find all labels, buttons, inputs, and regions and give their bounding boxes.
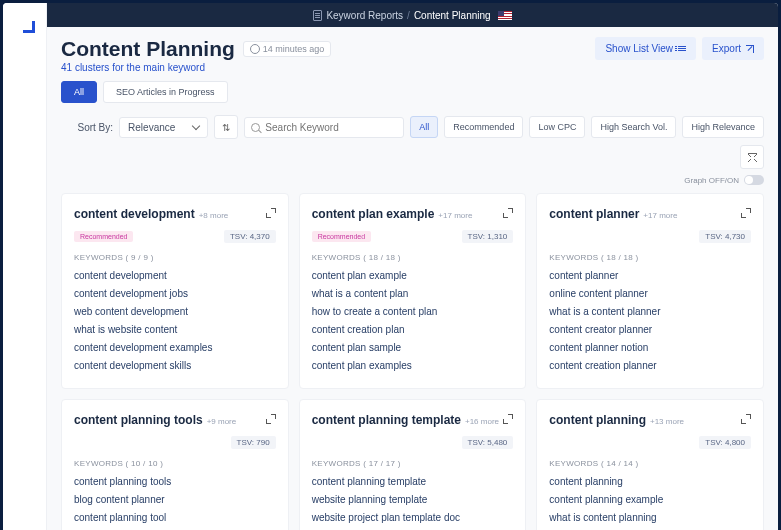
expand-icon[interactable] xyxy=(741,208,751,218)
cluster-more-count: +17 more xyxy=(438,211,472,220)
us-flag-icon xyxy=(498,11,512,20)
cluster-card: content planning tools+9 more TSV: 790 K… xyxy=(61,399,289,530)
keyword-item[interactable]: content development examples xyxy=(74,342,276,353)
keyword-item[interactable]: what is content planning xyxy=(549,512,751,523)
search-input[interactable] xyxy=(265,122,397,133)
keyword-item[interactable]: content planning example xyxy=(549,494,751,505)
document-icon xyxy=(313,10,322,21)
keyword-item[interactable]: web content development xyxy=(74,306,276,317)
keyword-item[interactable]: content plan example xyxy=(312,270,514,281)
keyword-item[interactable]: content creator planner xyxy=(549,324,751,335)
keyword-item[interactable]: what is a content planner xyxy=(549,306,751,317)
tsv-badge: TSV: 5,480 xyxy=(462,436,514,449)
graph-toggle[interactable] xyxy=(744,175,764,185)
cluster-more-count: +17 more xyxy=(643,211,677,220)
tab-seo-in-progress[interactable]: SEO Articles in Progress xyxy=(103,81,228,103)
cluster-title[interactable]: content plan example xyxy=(312,207,435,221)
expand-icon[interactable] xyxy=(503,414,513,424)
search-icon xyxy=(251,123,260,132)
keywords-count-label: KEYWORDS ( 14 / 14 ) xyxy=(549,459,751,468)
cluster-more-count: +8 more xyxy=(199,211,229,220)
keyword-item[interactable]: content planner xyxy=(549,270,751,281)
cluster-card: content development+8 more RecommendedTS… xyxy=(61,193,289,389)
keyword-item[interactable]: content plan examples xyxy=(312,360,514,371)
keyword-item[interactable]: content planning xyxy=(549,476,751,487)
tsv-badge: TSV: 4,370 xyxy=(224,230,276,243)
sort-select[interactable]: Relevance xyxy=(119,117,208,138)
cluster-more-count: +13 more xyxy=(650,417,684,426)
cluster-title[interactable]: content planning xyxy=(549,413,646,427)
keyword-item[interactable]: content plan sample xyxy=(312,342,514,353)
tab-all[interactable]: All xyxy=(61,81,97,103)
show-list-view-button[interactable]: Show List View xyxy=(595,37,696,60)
sidebar xyxy=(3,3,47,530)
keyword-item[interactable]: website planning template xyxy=(312,494,514,505)
filter-low-cpc[interactable]: Low CPC xyxy=(529,116,585,138)
timestamp-badge: 14 minutes ago xyxy=(243,41,332,57)
cluster-title[interactable]: content development xyxy=(74,207,195,221)
tsv-badge: TSV: 790 xyxy=(231,436,276,449)
breadcrumb-parent[interactable]: Keyword Reports xyxy=(326,10,403,21)
keyword-item[interactable]: content creation planner xyxy=(549,360,751,371)
cluster-card: content planner+17 more TSV: 4,730 KEYWO… xyxy=(536,193,764,389)
filter-all[interactable]: All xyxy=(410,116,438,138)
keywords-count-label: KEYWORDS ( 9 / 9 ) xyxy=(74,253,276,262)
keyword-item[interactable]: online content planner xyxy=(549,288,751,299)
cluster-card: content plan example+17 more Recommended… xyxy=(299,193,527,389)
filter-recommended[interactable]: Recommended xyxy=(444,116,523,138)
keyword-item[interactable]: content development skills xyxy=(74,360,276,371)
keyword-item[interactable]: content planning tool xyxy=(74,512,276,523)
recommended-badge: Recommended xyxy=(74,231,133,242)
export-button[interactable]: Export xyxy=(702,37,764,60)
keyword-item[interactable]: content development xyxy=(74,270,276,281)
tsv-badge: TSV: 1,310 xyxy=(462,230,514,243)
cluster-card: content planning template+16 more TSV: 5… xyxy=(299,399,527,530)
keyword-item[interactable]: what is website content xyxy=(74,324,276,335)
cluster-card: content planning+13 more TSV: 4,800 KEYW… xyxy=(536,399,764,530)
cluster-title[interactable]: content planner xyxy=(549,207,639,221)
keywords-count-label: KEYWORDS ( 10 / 10 ) xyxy=(74,459,276,468)
keyword-item[interactable]: what is a content plan xyxy=(312,288,514,299)
keyword-item[interactable]: blog content planner xyxy=(74,494,276,505)
expand-icon[interactable] xyxy=(741,414,751,424)
sort-label: Sort By: xyxy=(78,122,114,133)
search-input-wrapper[interactable] xyxy=(244,117,404,138)
sort-direction-button[interactable]: ⇅ xyxy=(214,115,238,139)
keyword-item[interactable]: content creation plan xyxy=(312,324,514,335)
tsv-badge: TSV: 4,730 xyxy=(699,230,751,243)
list-icon xyxy=(678,46,686,51)
breadcrumb-current: Content Planning xyxy=(414,10,491,21)
cluster-more-count: +16 more xyxy=(465,417,499,426)
keyword-item[interactable]: content planning template xyxy=(312,476,514,487)
app-logo[interactable] xyxy=(15,13,35,33)
export-icon xyxy=(746,45,754,53)
keywords-count-label: KEYWORDS ( 18 / 18 ) xyxy=(549,253,751,262)
expand-icon[interactable] xyxy=(266,208,276,218)
recommended-badge: Recommended xyxy=(312,231,371,242)
filter-high-relevance[interactable]: High Relevance xyxy=(682,116,764,138)
filter-settings-button[interactable] xyxy=(740,145,764,169)
page-title: Content Planning xyxy=(61,37,235,61)
keywords-count-label: KEYWORDS ( 18 / 18 ) xyxy=(312,253,514,262)
graph-toggle-label: Graph OFF/ON xyxy=(684,176,739,185)
keyword-item[interactable]: content development jobs xyxy=(74,288,276,299)
filter-icon xyxy=(748,153,757,162)
cluster-title[interactable]: content planning template xyxy=(312,413,461,427)
keyword-item[interactable]: content planner notion xyxy=(549,342,751,353)
page-subtitle: 41 clusters for the main keyword xyxy=(61,62,331,73)
breadcrumb: Keyword Reports / Content Planning xyxy=(47,3,778,27)
expand-icon[interactable] xyxy=(503,208,513,218)
cluster-more-count: +9 more xyxy=(207,417,237,426)
keywords-count-label: KEYWORDS ( 17 / 17 ) xyxy=(312,459,514,468)
keyword-item[interactable]: how to create a content plan xyxy=(312,306,514,317)
keyword-item[interactable]: website project plan template doc xyxy=(312,512,514,523)
cluster-title[interactable]: content planning tools xyxy=(74,413,203,427)
filter-high-search-vol[interactable]: High Search Vol. xyxy=(591,116,676,138)
tsv-badge: TSV: 4,800 xyxy=(699,436,751,449)
expand-icon[interactable] xyxy=(266,414,276,424)
keyword-item[interactable]: content planning tools xyxy=(74,476,276,487)
chevron-down-icon xyxy=(192,121,200,129)
